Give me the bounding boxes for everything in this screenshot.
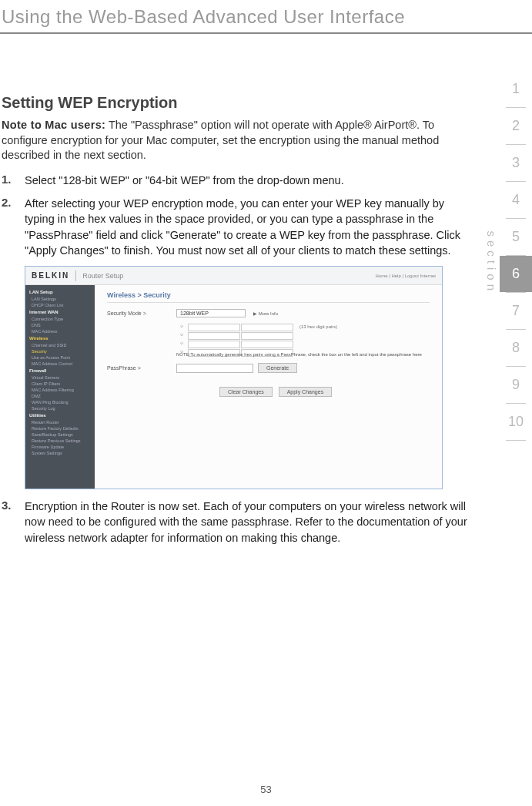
step-3-num: 3. — [2, 499, 25, 546]
passphrase-help: NOTE:To automatically generate hex pairs… — [176, 352, 423, 357]
security-mode-row: Security Mode > 128bit WEP ▶ More Info — [107, 309, 430, 317]
sidebar-group-header-wireless: Wireless — [25, 334, 95, 342]
nav-5[interactable]: 5 — [500, 219, 532, 255]
sidebar-item[interactable]: Use as Access Point — [25, 354, 95, 361]
clear-changes-button[interactable]: Clear Changes — [219, 387, 273, 397]
key-radio-2[interactable]: ○ — [176, 332, 187, 340]
button-row: Clear Changes Apply Changes — [215, 387, 430, 397]
key-radio-3[interactable]: ○ — [176, 341, 187, 348]
sidebar-item[interactable]: Restart Router — [25, 419, 95, 425]
ss-sidebar: LAN Setup LAN Settings DHCP Client List … — [25, 285, 95, 489]
apply-changes-button[interactable]: Apply Changes — [279, 387, 332, 397]
vertical-divider — [75, 270, 76, 281]
sidebar-item[interactable]: Save/Backup Settings — [25, 432, 95, 438]
key-radio-1[interactable]: ○ — [176, 324, 187, 331]
sidebar-item[interactable]: MAC Address Filtering — [25, 387, 95, 393]
sidebar-item[interactable]: LAN Settings — [25, 296, 95, 302]
section-nav: 1 2 3 4 5 6 7 8 9 10 — [500, 71, 532, 441]
sidebar-item[interactable]: Security Log — [25, 405, 95, 411]
step-1-num: 1. — [2, 173, 25, 188]
chapter-header: Using the Web-Based Advanced User Interf… — [0, 0, 532, 28]
sidebar-item[interactable]: DNS — [25, 322, 95, 328]
step-1-text: Select "128-bit WEP" or "64-bit WEP" fro… — [25, 173, 344, 188]
step-3-text: Encryption in the Router is now set. Eac… — [25, 499, 467, 546]
key-cell[interactable] — [241, 324, 293, 331]
security-mode-select[interactable]: 128bit WEP — [176, 309, 246, 317]
nav-2[interactable]: 2 — [500, 108, 532, 144]
sidebar-item[interactable]: Restore Previous Settings — [25, 438, 95, 444]
sidebar-item[interactable]: Virtual Servers — [25, 374, 95, 381]
hex-note: (13 hex digit pairs) — [299, 324, 430, 329]
section-title: Setting WEP Encryption — [2, 94, 467, 112]
nav-4[interactable]: 4 — [500, 182, 532, 218]
section-vertical-label: section — [485, 230, 498, 294]
chapter-rule — [0, 32, 532, 34]
key-cell[interactable] — [188, 324, 240, 331]
step-2-text: After selecting your WEP encryption mode… — [25, 196, 467, 258]
ss-main: LAN Setup LAN Settings DHCP Client List … — [25, 285, 442, 489]
passphrase-input[interactable] — [176, 364, 253, 373]
sidebar-item[interactable]: DHCP Client List — [25, 302, 95, 308]
sidebar-item[interactable]: MAC Address Control — [25, 361, 95, 367]
mac-users-note: Note to Mac users: The "Passphrase" opti… — [2, 118, 467, 163]
sidebar-item[interactable]: System Settings — [25, 450, 95, 456]
nav-divider — [506, 440, 526, 441]
key-cell[interactable] — [188, 332, 240, 340]
more-info-link[interactable]: ▶ More Info — [253, 311, 278, 316]
note-label: Note to Mac users: — [2, 119, 105, 131]
sidebar-item[interactable]: MAC Address — [25, 328, 95, 334]
ss-body: Wireless > Security Security Mode > 128b… — [95, 285, 442, 489]
generate-button[interactable]: Generate — [258, 363, 297, 373]
nav-10[interactable]: 10 — [500, 404, 532, 440]
sidebar-group-header: Utilities — [25, 411, 95, 419]
sidebar-group-header: LAN Setup — [25, 288, 95, 296]
nav-6-active[interactable]: 6 — [500, 256, 532, 292]
sidebar-item[interactable]: Restore Factory Defaults — [25, 425, 95, 432]
key-cell[interactable] — [188, 341, 240, 348]
top-links[interactable]: Home | Help | Logout Internet — [376, 274, 437, 278]
nav-3[interactable]: 3 — [500, 145, 532, 181]
sidebar-item[interactable]: Firmware Update — [25, 444, 95, 450]
router-setup-screenshot: BELKIN Router Setup Home | Help | Logout… — [25, 266, 443, 489]
nav-8[interactable]: 8 — [500, 330, 532, 366]
breadcrumb: Wireless > Security — [107, 291, 430, 303]
key-cell[interactable] — [241, 332, 293, 340]
sidebar-item[interactable]: Connection Type — [25, 316, 95, 322]
sidebar-group-header: Internet WAN — [25, 308, 95, 316]
key-cell[interactable] — [241, 341, 293, 348]
passphrase-label: PassPhrase > — [107, 365, 176, 371]
belkin-logo: BELKIN — [32, 271, 69, 280]
page-number: 53 — [0, 784, 532, 795]
step-2-num: 2. — [2, 196, 25, 258]
security-mode-label: Security Mode > — [107, 311, 176, 316]
nav-9[interactable]: 9 — [500, 367, 532, 403]
app-title: Router Setup — [82, 272, 123, 280]
nav-7[interactable]: 7 — [500, 293, 532, 329]
ss-topbar: BELKIN Router Setup Home | Help | Logout… — [25, 267, 442, 285]
sidebar-item[interactable]: Client IP Filters — [25, 381, 95, 387]
step-1: 1. Select "128-bit WEP" or "64-bit WEP" … — [2, 173, 467, 188]
passphrase-row: PassPhrase > Generate — [107, 363, 430, 373]
sidebar-group-header: Firewall — [25, 367, 95, 374]
step-2: 2. After selecting your WEP encryption m… — [2, 196, 467, 258]
sidebar-item[interactable]: DMZ — [25, 393, 95, 399]
content-area: Setting WEP Encryption Note to Mac users… — [2, 94, 467, 553]
sidebar-item[interactable]: Channel and SSID — [25, 342, 95, 348]
sidebar-item[interactable]: WAN Ping Blocking — [25, 399, 95, 405]
step-3: 3. Encryption in the Router is now set. … — [2, 499, 467, 546]
sidebar-item-security-active[interactable]: Security — [25, 348, 95, 354]
nav-1[interactable]: 1 — [500, 71, 532, 107]
